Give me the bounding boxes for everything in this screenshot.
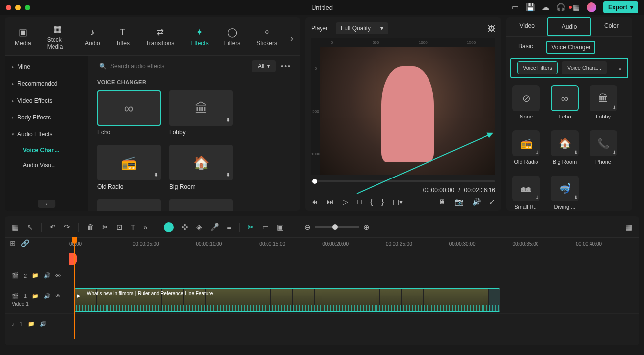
cut-icon[interactable]: ✂: [102, 223, 108, 232]
tab-audio[interactable]: ♪Audio: [82, 25, 103, 52]
filter-phone[interactable]: 📞⬇Phone: [590, 130, 617, 165]
tab-color[interactable]: Color: [591, 17, 632, 36]
search-input[interactable]: [110, 63, 245, 70]
tab-media[interactable]: ▣Media: [12, 25, 34, 52]
export-button[interactable]: Export▾: [603, 1, 638, 13]
delete-icon[interactable]: 🗑: [87, 223, 94, 231]
ai-tools-icon[interactable]: [164, 222, 174, 232]
playhead[interactable]: [74, 238, 75, 339]
filter-echo[interactable]: ∞Echo: [551, 85, 579, 119]
effect-card-big-room[interactable]: 🏠⬇ Big Room: [169, 145, 233, 190]
search-box[interactable]: 🔍: [97, 61, 247, 72]
layout-icon[interactable]: ▭: [512, 3, 519, 12]
prev-frame-icon[interactable]: ⏮: [311, 198, 318, 206]
more-menu[interactable]: •••: [281, 62, 291, 70]
mic-icon[interactable]: 🎤: [210, 223, 219, 232]
apps-icon[interactable]: ▦: [573, 3, 580, 12]
download-icon[interactable]: ⬇: [226, 172, 230, 178]
timeline-zoom[interactable]: ⊖ ⊕: [304, 223, 370, 232]
tabs-more-chevron[interactable]: ›: [290, 33, 293, 44]
redo-icon[interactable]: ↷: [64, 223, 70, 232]
effect-card-lobby[interactable]: 🏛⬇ Lobby: [169, 90, 233, 136]
chip-voice-filters[interactable]: Voice Filters: [517, 61, 558, 74]
sidebar-audio-effects[interactable]: Audio Effects: [5, 126, 88, 143]
timeline-options-icon[interactable]: ▦: [625, 223, 632, 232]
tab-titles[interactable]: TTitles: [113, 25, 133, 52]
mute-icon[interactable]: 🔊: [44, 272, 51, 279]
sidebar-mine[interactable]: Mine: [5, 59, 88, 75]
tab-filters[interactable]: ◯Filters: [221, 25, 244, 52]
collapse-arrow-icon[interactable]: ▴: [619, 65, 621, 71]
sidebar-voice-changer[interactable]: Voice Chan...: [5, 143, 88, 158]
link-icon[interactable]: 🔗: [21, 239, 29, 247]
preview-stage[interactable]: 05001000: [311, 47, 495, 175]
camera-icon[interactable]: 📷: [455, 198, 463, 206]
visibility-icon[interactable]: 👁: [55, 293, 61, 299]
quality-dropdown[interactable]: Full Quality▾: [336, 22, 388, 34]
zoom-in-icon[interactable]: ⊕: [363, 223, 370, 232]
mute-icon[interactable]: 🔊: [40, 321, 47, 327]
volume-icon[interactable]: 🔊: [472, 198, 481, 206]
stop-icon[interactable]: □: [357, 198, 361, 206]
undo-icon[interactable]: ↶: [50, 223, 56, 232]
folder-icon[interactable]: 📁: [32, 272, 39, 279]
minimize-window[interactable]: [15, 5, 21, 10]
sidebar-recommended[interactable]: Recommended: [5, 75, 88, 92]
sidebar-video-effects[interactable]: Video Effects: [5, 92, 88, 109]
tab-audio[interactable]: Audio: [547, 17, 590, 36]
play-next-icon[interactable]: ⏭: [327, 198, 334, 206]
list-icon[interactable]: ≡: [227, 223, 232, 231]
download-icon[interactable]: ⬇: [226, 117, 230, 123]
shield-icon[interactable]: ◈: [196, 223, 202, 232]
zoom-window[interactable]: [25, 5, 30, 10]
snapshot-icon[interactable]: 🖼: [488, 24, 495, 33]
tab-stickers[interactable]: ✧Stickers: [253, 25, 280, 52]
chip-voice-characters[interactable]: Voice Chara...: [562, 61, 607, 74]
tab-video[interactable]: Video: [506, 17, 547, 36]
filter-diving[interactable]: 🤿⬇Diving ...: [551, 176, 579, 210]
effect-card-partial2[interactable]: [169, 199, 233, 211]
group-icon[interactable]: ▭: [262, 223, 269, 232]
effect-card-partial1[interactable]: [97, 199, 161, 211]
close-window[interactable]: [6, 5, 11, 10]
effect-card-old-radio[interactable]: 📻⬇ Old Radio: [97, 145, 161, 190]
sidebar-audio-visualizer[interactable]: Audio Visu...: [5, 158, 88, 173]
mark-out-icon[interactable]: }: [381, 198, 384, 206]
timeline-ruler[interactable]: ⊞🔗 00:0000:00:05:0000:00:10:0000:00:15:0…: [5, 238, 639, 250]
support-icon[interactable]: 🎧: [556, 3, 566, 12]
sidebar-body-effects[interactable]: Body Effects: [5, 109, 88, 126]
filter-none[interactable]: ⊘None: [512, 85, 540, 119]
filter-small-room[interactable]: 🏘⬇Small R...: [512, 176, 540, 210]
display-icon[interactable]: 🖥: [439, 198, 446, 206]
tab-stock-media[interactable]: ▦Stock Media: [44, 21, 72, 55]
zoom-out-icon[interactable]: ⊖: [304, 223, 311, 232]
split-icon[interactable]: ✂: [248, 223, 254, 232]
download-icon[interactable]: ⬇: [154, 172, 158, 178]
visibility-icon[interactable]: 👁: [55, 273, 61, 279]
filter-big-room[interactable]: 🏠⬇Big Room: [551, 130, 579, 165]
aspect-icon[interactable]: ▤▾: [393, 198, 403, 206]
text-icon[interactable]: T: [131, 223, 135, 231]
video-clip[interactable]: ▶ What’s new in filmora | Ruler and Refe…: [74, 288, 500, 312]
tab-transitions[interactable]: ⇄Transitions: [143, 25, 177, 52]
folder-icon[interactable]: 📁: [32, 293, 39, 299]
subtab-basic[interactable]: Basic: [514, 41, 537, 54]
user-avatar[interactable]: [587, 2, 596, 12]
progress-bar[interactable]: [311, 178, 495, 185]
add-track-icon[interactable]: ⊞: [10, 239, 16, 247]
cloud-icon[interactable]: ☁: [542, 3, 549, 12]
color-icon[interactable]: ✣: [182, 223, 188, 232]
filter-dropdown[interactable]: All▾: [252, 60, 276, 72]
marker[interactable]: [69, 253, 77, 265]
filter-lobby[interactable]: 🏛⬇Lobby: [590, 85, 617, 119]
marker-add-icon[interactable]: ▣: [277, 223, 284, 232]
effect-card-echo[interactable]: ∞ Echo: [97, 90, 161, 136]
subtab-voice-changer[interactable]: Voice Changer: [546, 41, 595, 54]
mark-in-icon[interactable]: {: [370, 198, 373, 206]
save-icon[interactable]: 💾: [526, 3, 535, 12]
crop-icon[interactable]: ⊡: [116, 223, 123, 232]
play-icon[interactable]: ▷: [343, 198, 348, 206]
tab-effects[interactable]: ✦Effects: [187, 25, 211, 52]
mute-icon[interactable]: 🔊: [44, 293, 51, 299]
fullscreen-icon[interactable]: ⤢: [489, 198, 495, 206]
